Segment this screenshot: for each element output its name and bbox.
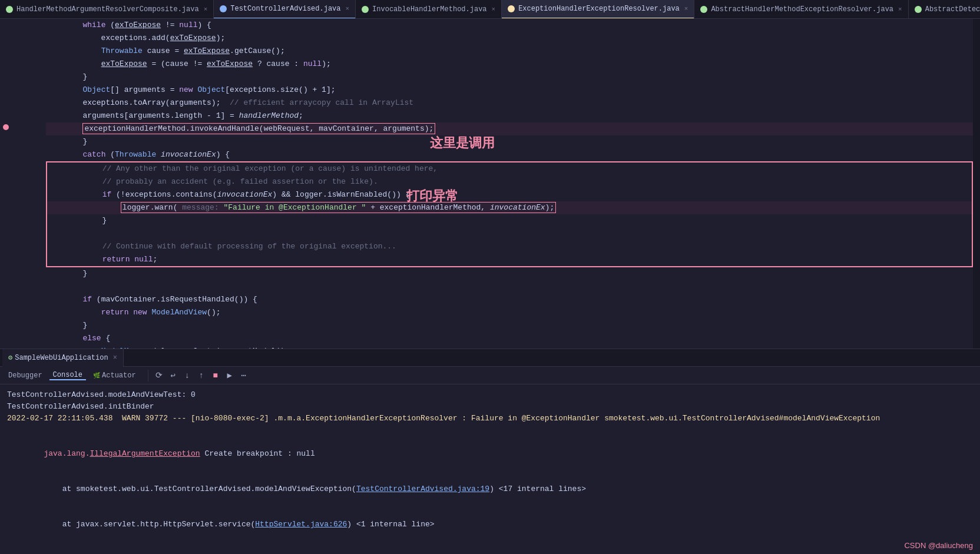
gutter-space [1, 235, 11, 247]
tab-icon [362, 6, 369, 13]
close-icon[interactable]: × [898, 6, 902, 13]
code-content[interactable]: while (exToExpose != null) { exceptions.… [41, 19, 973, 349]
code-line: else { [46, 332, 973, 345]
tab-label: AbstractHandlerMethodExceptionResolver.j… [711, 5, 893, 14]
scrollbar[interactable] [973, 19, 980, 349]
gutter-space [1, 134, 11, 146]
console-line-stack-3: at javax.servlet.http.HttpServlet.servic… [7, 542, 973, 554]
resume-btn[interactable]: ▶ [224, 370, 236, 382]
restart-btn[interactable]: ⟳ [153, 370, 165, 382]
console-line-1: TestControllerAdvised.modelAndViewTest: … [7, 389, 973, 401]
exception-type: java.lang. [44, 449, 90, 458]
line-numbers [12, 19, 41, 349]
gutter-space [1, 71, 11, 83]
gutter-space [1, 210, 11, 222]
tab-icon [220, 5, 227, 12]
code-line: ModelMap model = mavContainer.getModel()… [46, 345, 973, 349]
step-into-btn[interactable]: ↑ [196, 370, 207, 382]
code-line [47, 227, 972, 240]
code-line: arguments[arguments.length - 1] = handle… [46, 110, 973, 122]
code-line: return new ModelAndView(); [46, 306, 973, 319]
close-icon[interactable]: × [684, 5, 688, 12]
console-line-stack-2: at javax.servlet.http.HttpServlet.servic… [7, 507, 973, 542]
code-line: Object[] arguments = new Object[exceptio… [46, 84, 973, 97]
gutter-space [1, 159, 11, 171]
gutter-breakpoint[interactable] [1, 121, 11, 134]
more-btn[interactable]: ⋯ [238, 370, 250, 382]
console-output: TestControllerAdvised.modelAndViewTest: … [0, 384, 980, 554]
run-icon: ⚙ [8, 353, 12, 362]
gutter-space [1, 323, 11, 336]
console-line-exception: java.lang.IllegalArgumentException Creat… [7, 436, 973, 472]
code-line: exceptions.add(exToExpose); [46, 32, 973, 45]
code-line: if (!exceptions.contains(invocationEx) &… [47, 188, 972, 201]
status-brand: CSDN @daliucheng [904, 541, 973, 550]
code-line-catch: catch (Throwable invocationEx) { [46, 148, 973, 161]
tab-invocable[interactable]: InvocableHandlerMethod.java × [356, 0, 502, 19]
back-btn[interactable]: ↩ [167, 370, 179, 382]
console-line-empty [7, 424, 973, 436]
left-gutter [0, 19, 12, 349]
code-line: // Continue with default processing of t… [47, 240, 972, 253]
tab-label: TestControllerAdvised.java [230, 5, 340, 13]
tab-handler-method[interactable]: HandlerMethodArgumentResolverComposite.j… [0, 0, 214, 19]
stop-btn[interactable]: ■ [210, 370, 221, 382]
tab-label: HandlerMethodArgumentResolverComposite.j… [16, 5, 199, 14]
code-line-logger: logger.warn( message: "Failure in @Excep… [47, 201, 972, 214]
console-line-stack-1: at smoketest.web.ui.TestControllerAdvise… [7, 472, 973, 507]
close-icon[interactable]: × [492, 6, 496, 13]
run-tab-label: SampleWebUiApplication [15, 354, 108, 362]
bottom-panel: ⚙ SampleWebUiApplication × Debugger Cons… [0, 349, 980, 554]
toolbar-buttons: ⟳ ↩ ↓ ↑ ■ ▶ ⋯ [148, 370, 250, 382]
tab-bar: HandlerMethodArgumentResolverComposite.j… [0, 0, 980, 19]
gutter-space [1, 83, 11, 95]
gutter-space [1, 184, 11, 197]
code-line: if (mavContainer.isRequestHandled()) { [46, 293, 973, 306]
code-line: } [46, 71, 973, 84]
tab-icon [6, 6, 13, 13]
brand-label: CSDN @daliucheng [904, 541, 973, 550]
debugger-tab[interactable]: Debugger [5, 371, 46, 380]
gutter-space [1, 311, 11, 323]
code-line: Throwable cause = exToExpose.getCause(); [46, 45, 973, 58]
tab-abstract-detecting[interactable]: AbstractDetectingUrlHandlerMapping.java … [909, 0, 980, 19]
close-icon[interactable]: × [346, 5, 350, 12]
tab-icon [915, 6, 922, 13]
gutter-space [1, 147, 11, 159]
gutter-space [1, 336, 11, 349]
gutter-space [1, 273, 11, 285]
exception-link[interactable]: IllegalArgumentException [90, 449, 200, 458]
run-close-icon[interactable]: × [113, 354, 117, 362]
step-over-btn[interactable]: ↓ [181, 370, 193, 382]
code-line: } [46, 267, 973, 280]
stack-link-1[interactable]: TestControllerAdvised.java:19 [356, 485, 489, 493]
actuator-tab[interactable]: 🌿 Actuator [90, 371, 140, 380]
code-line: } [47, 214, 972, 227]
gutter-space [1, 58, 11, 70]
tab-exception-resolver[interactable]: ExceptionHandlerExceptionResolver.java × [502, 0, 694, 19]
code-line: // Any other than the original exception… [47, 162, 972, 175]
gutter-space [1, 108, 11, 121]
tab-test-controller[interactable]: TestControllerAdvised.java × [214, 0, 356, 19]
gutter-space [1, 247, 11, 260]
tab-label: AbstractDetectingUrlHandlerMapping.java [925, 5, 980, 14]
gutter-space [1, 32, 11, 45]
code-line: } [46, 319, 973, 332]
tab-icon [508, 5, 515, 12]
gutter-space [1, 20, 11, 32]
gutter-space [1, 260, 11, 273]
tab-abstract-handler[interactable]: AbstractHandlerMethodExceptionResolver.j… [694, 0, 908, 19]
tab-label: ExceptionHandlerExceptionResolver.java [518, 5, 680, 13]
actuator-icon: 🌿 [93, 372, 100, 379]
gutter-space [1, 298, 11, 310]
run-tab[interactable]: ⚙ SampleWebUiApplication × [2, 349, 124, 367]
stack-link-2[interactable]: HttpServlet.java:626 [255, 520, 347, 529]
console-tab[interactable]: Console [49, 371, 86, 380]
console-line-warn: 2022-02-17 22:11:05.438 WARN 39772 --- [… [7, 413, 973, 424]
code-line: return null; [47, 253, 972, 266]
gutter-space [1, 197, 11, 210]
close-icon[interactable]: × [204, 6, 208, 13]
bottom-toolbar: Debugger Console 🌿 Actuator ⟳ ↩ ↓ ↑ ■ ▶ … [0, 367, 980, 384]
tab-label: InvocableHandlerMethod.java [372, 5, 486, 14]
code-line: while (exToExpose != null) { [46, 19, 973, 32]
